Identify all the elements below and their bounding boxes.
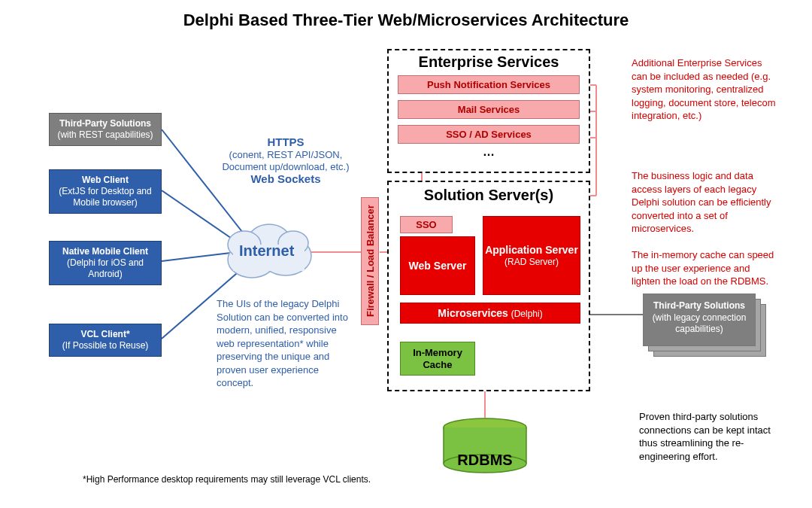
note-ui-legacy: The UIs of the legacy Delphi Solution ca…	[217, 297, 352, 390]
note-enterprise-additional: Additional Enterprise Services can be in…	[632, 56, 778, 123]
footnote: *High Performance desktop requirements m…	[83, 474, 371, 485]
web-server: Web Server	[400, 236, 475, 295]
client-third-party: Third-Party Solutions (with REST capabil…	[49, 113, 162, 146]
page-title: Delphi Based Three-Tier Web/Microservice…	[0, 11, 812, 30]
solution-title: Solution Server(s)	[389, 187, 589, 204]
firewall-load-balancer: Firewall / Load Balancer	[361, 197, 379, 325]
client-vcl: VCL Client* (If Possible to Reuse)	[49, 324, 162, 357]
application-server: Application Server (RAD Server)	[483, 216, 580, 295]
internet-label: Internet	[239, 242, 294, 260]
rdbms-label: RDBMS	[440, 452, 530, 469]
solution-server-box: Solution Server(s) SSO Web Server Applic…	[387, 181, 590, 391]
third-party-legacy-stack: Third-Party Solutions (with legacy conne…	[643, 294, 767, 354]
enterprise-ellipsis: …	[389, 145, 589, 159]
svc-push: Push Notification Services	[398, 75, 580, 94]
svc-sso-ad: SSO / AD Services	[398, 125, 580, 144]
in-memory-cache: In-Memory Cache	[400, 342, 475, 376]
enterprise-title: Enterprise Services	[389, 53, 589, 71]
sso-box: SSO	[400, 216, 453, 233]
client-mobile: Native Mobile Client (Delphi for iOS and…	[49, 241, 162, 285]
protocol-labels: HTTPS (conent, REST API/JSON, Document u…	[218, 135, 353, 186]
note-cache: The in-memory cache can speed up the use…	[632, 248, 778, 288]
note-third-party: Proven third-party solutions connections…	[639, 410, 782, 463]
microservices-stack: Microservices (Delphi)	[400, 303, 586, 331]
note-business-logic: The business logic and data access layer…	[632, 169, 778, 236]
svc-mail: Mail Services	[398, 100, 580, 119]
client-web: Web Client (ExtJS for Desktop and Mobile…	[49, 169, 162, 214]
enterprise-services-box: Enterprise Services Push Notification Se…	[387, 49, 590, 173]
